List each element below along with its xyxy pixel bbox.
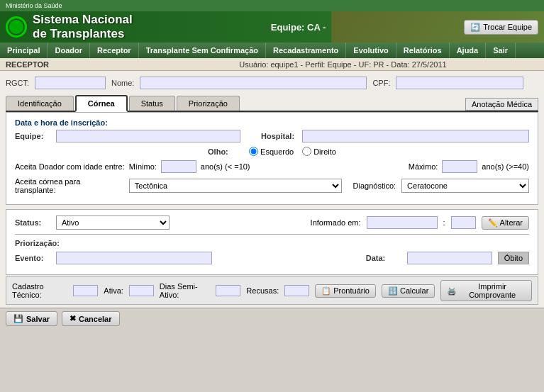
system-name-line2: de Transplantes (33, 27, 133, 41)
tabs-row: Identificação Córnea Status Priorização … (6, 95, 538, 112)
ativa-input[interactable] (129, 285, 154, 296)
trocar-equipe-button[interactable]: 🔄 Trocar Equipe (464, 20, 538, 35)
section-title-inscricao: Data e hora de inscrição: (15, 118, 529, 127)
system-name-line1: Sistema Nacional (33, 13, 133, 27)
esquerdo-radio[interactable] (249, 147, 258, 156)
informado-em-label: Informado em: (311, 218, 361, 227)
prontuario-label: Prontuário (333, 286, 370, 295)
priorizacao-row: Priorização: (15, 239, 529, 247)
evento-input[interactable]: Vivo (56, 252, 212, 264)
olho-label: Olho: (208, 147, 243, 156)
tab-status[interactable]: Status (129, 96, 175, 111)
recusas-input[interactable] (284, 285, 309, 296)
cadastro-tecnico-label: Cadastro Técnico: (12, 282, 67, 299)
evento-label: Evento: (15, 254, 50, 262)
cornea-panel: Data e hora de inscrição: Equipe: Hospit… (6, 112, 538, 205)
data-input[interactable] (407, 252, 492, 264)
minimo-suffix: ano(s) (< =10) (201, 162, 250, 171)
data-label: Data: (366, 254, 401, 262)
anotacao-medica-button[interactable]: Anotação Médica (465, 98, 538, 111)
minimo-label: Mínimo: (129, 162, 157, 171)
direito-label: Direito (313, 147, 336, 156)
tab-cornea[interactable]: Córnea (75, 95, 128, 112)
nav-menu: Principal Doador Receptor Transplante Se… (0, 43, 544, 58)
status-select[interactable]: Ativo Inativo (56, 215, 170, 230)
tab-priorizacao[interactable]: Priorização (177, 96, 240, 111)
breadcrumb-section: RECEPTOR (6, 60, 148, 69)
evento-row: Evento: Vivo Data: Óbito (15, 252, 529, 264)
nav-principal[interactable]: Principal (0, 43, 48, 58)
dias-semi-ativo-label: Dias Semi-Ativo: (160, 282, 211, 299)
cancelar-button[interactable]: ✖ Cancelar (62, 311, 119, 326)
nome-label: Nome: (111, 79, 134, 87)
maximo-label: Máximo: (409, 162, 438, 171)
alterar-button[interactable]: ✏️ Alterar (482, 216, 529, 230)
hospital-field-label: Hospital: (261, 132, 296, 140)
nav-transplante[interactable]: Transplante Sem Confirmação (139, 43, 266, 58)
ativa-label: Ativa: (104, 286, 123, 295)
equipe-label: Equipe: CA - (271, 22, 326, 33)
cpf-input[interactable] (396, 77, 523, 89)
nav-evolutivo[interactable]: Evolutivo (346, 43, 396, 58)
aceita-doador-label: Aceita Doador com idade entre: (15, 162, 125, 171)
minimo-input[interactable] (161, 160, 196, 173)
olho-row: Olho: Esquerdo Direito (15, 147, 529, 156)
cancelar-icon: ✖ (70, 314, 76, 323)
breadcrumb-user-info: Usuário: equipe1 - Perfil: Equipe - UF: … (148, 60, 538, 69)
rgct-row: RGCT: Nome: CPF: (6, 74, 538, 92)
equipe-input[interactable] (56, 130, 240, 142)
nav-sair[interactable]: Sair (486, 43, 516, 58)
cadastro-tecnico-input[interactable] (73, 285, 98, 296)
aceita-cornea-label: Aceita córnea para transplante: (15, 177, 123, 194)
nav-recadastramento[interactable]: Recadastramento (266, 43, 346, 58)
breadcrumb-bar: RECEPTOR Usuário: equipe1 - Perfil: Equi… (0, 58, 544, 71)
hora-separator: : (443, 218, 445, 227)
salvar-icon: 💾 (13, 314, 23, 323)
diagnostico-select[interactable]: Ceratocone Leucoma Distrofia (401, 179, 529, 193)
rgct-input[interactable] (35, 77, 106, 89)
maximo-suffix: ano(s) (>=40) (482, 162, 529, 171)
direito-radio-label[interactable]: Direito (302, 147, 336, 156)
rgct-label: RGCT: (6, 79, 29, 87)
dias-semi-ativo-input[interactable] (216, 285, 240, 296)
maximo-input[interactable] (442, 160, 477, 173)
obito-button[interactable]: Óbito (498, 252, 529, 264)
alterar-label: Alterar (500, 218, 523, 227)
prontuario-button[interactable]: 📋 Prontuário (315, 284, 376, 298)
calcular-button[interactable]: 🔢 Calcular (382, 284, 435, 298)
imprimir-comprovante-button[interactable]: 🖨️ Imprimir Comprovante (440, 280, 532, 301)
informado-hora-input[interactable] (451, 216, 476, 229)
refresh-icon: 🔄 (470, 23, 480, 32)
hospital-input[interactable] (302, 130, 529, 142)
cpf-label: CPF: (372, 79, 390, 87)
tab-identificacao[interactable]: Identificação (6, 96, 74, 111)
status-label: Status: (15, 218, 50, 227)
divider-priorizacao (15, 234, 529, 235)
olho-radio-group: Esquerdo Direito (249, 147, 336, 156)
prontuario-icon: 📋 (321, 286, 331, 296)
calcular-icon: 🔢 (388, 286, 398, 296)
equipe-field-label: Equipe: (15, 132, 50, 140)
aceita-cornea-select[interactable]: Tectônica Óptica Lamelar (129, 179, 342, 193)
nome-input[interactable] (140, 77, 367, 89)
diagnostico-label: Diagnóstico: (353, 181, 396, 190)
nav-receptor[interactable]: Receptor (90, 43, 139, 58)
imprimir-label: Imprimir Comprovante (459, 282, 526, 299)
status-panel: Status: Ativo Inativo Informado em: : ✏️… (6, 209, 538, 275)
esquerdo-radio-label[interactable]: Esquerdo (249, 147, 294, 156)
informado-data-input[interactable] (367, 216, 438, 229)
bottom-actions-row: Cadastro Técnico: Ativa: Dias Semi-Ativo… (6, 276, 538, 305)
nav-ajuda[interactable]: Ajuda (450, 43, 487, 58)
nav-relatorios[interactable]: Relatórios (396, 43, 450, 58)
cancelar-label: Cancelar (79, 315, 111, 323)
salvar-button[interactable]: 💾 Salvar (6, 311, 57, 326)
direito-radio[interactable] (302, 147, 311, 156)
aceita-doador-row: Aceita Doador com idade entre: Mínimo: a… (15, 160, 529, 173)
imprimir-icon: 🖨️ (447, 286, 457, 296)
priorizacao-label: Priorização: (15, 239, 65, 247)
nav-doador[interactable]: Doador (48, 43, 90, 58)
equipe-hospital-row: Equipe: Hospital: (15, 130, 529, 142)
ministry-label: Ministério da Saúde (6, 2, 62, 9)
recusas-label: Recusas: (246, 286, 279, 295)
aceita-cornea-row: Aceita córnea para transplante: Tectônic… (15, 177, 529, 194)
